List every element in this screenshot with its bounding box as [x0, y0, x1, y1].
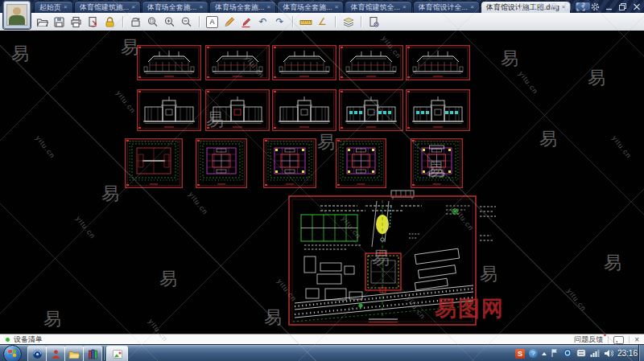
status-bar: 设备清单 问题反馈 ×: [0, 334, 644, 345]
layers-icon[interactable]: [341, 15, 355, 29]
taskbar: S ? 23:16: [0, 344, 644, 361]
redo-icon[interactable]: ↷: [273, 15, 287, 29]
tab-start-page[interactable]: 起始页×: [34, 1, 73, 13]
watermark-char: 易: [11, 42, 29, 66]
watermark-url: yitu.cn: [74, 215, 97, 240]
taskbar-app-contact[interactable]: [46, 346, 65, 361]
elevation-drawing: [406, 45, 470, 85]
share-user-icon[interactable]: [518, 2, 528, 11]
share-export-icon[interactable]: [534, 2, 543, 11]
watermark-char: 易: [264, 306, 282, 330]
elevation-drawing: [137, 45, 201, 85]
tab-drawing-3[interactable]: 体育场全套施...×: [209, 1, 276, 13]
doc-settings-icon[interactable]: [367, 15, 381, 29]
marker-pen-icon[interactable]: [239, 15, 253, 29]
tab-drawing-5[interactable]: 体育馆建筑全...×: [345, 1, 411, 13]
tab-label: 体育馆建筑全...: [350, 2, 400, 13]
floor-plan-drawing: [411, 138, 463, 193]
tab-label: 体育场全套施...: [215, 2, 265, 13]
tab-drawing-4[interactable]: 体育场全套施...×: [277, 1, 344, 13]
statusbar-close-icon[interactable]: ×: [634, 336, 639, 344]
minimize-button[interactable]: [605, 2, 613, 11]
tray-app-icon[interactable]: [563, 347, 572, 361]
titlebar: 起始页× 体育馆建筑施...× 体育场全套施...× 体育场全套施...× 体育…: [0, 0, 644, 13]
tab-close-icon[interactable]: ×: [470, 4, 474, 10]
watermark-url: yitu.cn: [517, 70, 539, 96]
elevation-drawing: [339, 45, 403, 85]
tray-network-icon[interactable]: [590, 347, 600, 361]
tab-drawing-6[interactable]: 体育馆设计全...×: [413, 1, 480, 13]
watermark-char: 易: [159, 267, 177, 291]
text-tool-icon[interactable]: A: [205, 15, 219, 29]
message-bubble-icon[interactable]: [613, 336, 624, 344]
tray-help-icon[interactable]: ?: [529, 349, 538, 358]
save-icon[interactable]: [52, 15, 66, 29]
tab-drawing-2[interactable]: 体育场全套施...×: [142, 1, 208, 13]
watermark-url: yitu.cn: [114, 89, 137, 115]
watermark-char: 易: [604, 251, 621, 275]
tab-label: 体育场全套施...: [283, 2, 332, 13]
lock-icon[interactable]: [103, 15, 117, 29]
taskbar-app-explorer[interactable]: [64, 346, 84, 361]
watermark-char: 易: [43, 307, 61, 331]
web-service-icon[interactable]: [549, 2, 559, 11]
tray-volume-icon[interactable]: [604, 347, 613, 361]
elevation-drawing: [272, 89, 336, 136]
print-icon[interactable]: [69, 15, 83, 29]
view-rotate-icon[interactable]: [129, 15, 142, 29]
tab-drawing-1[interactable]: 体育馆建筑施...×: [74, 1, 141, 13]
close-button[interactable]: [633, 2, 641, 11]
tray-input-method-icon[interactable]: S: [515, 349, 525, 359]
mobile-icon[interactable]: [564, 2, 571, 11]
watermark-url: yitu.cn: [34, 134, 56, 160]
app-window: 起始页× 体育馆建筑施...× 体育场全套施...× 体育场全套施...× 体育…: [0, 0, 644, 361]
elevation-drawing: [339, 89, 403, 136]
tray-ime-icon[interactable]: [576, 347, 586, 361]
taskbar-clock[interactable]: 23:16: [617, 349, 638, 358]
zoom-in-icon[interactable]: [163, 15, 176, 29]
watermark-char: 易: [101, 182, 119, 206]
tab-close-icon[interactable]: ×: [402, 4, 407, 10]
status-dot: [6, 338, 10, 342]
pencil-icon[interactable]: [222, 15, 236, 29]
elevation-drawing: [406, 89, 470, 136]
site-plan-drawing: [288, 195, 477, 326]
taskbar-app-image-viewer[interactable]: [106, 346, 128, 361]
watermark-char: 易: [480, 262, 497, 286]
show-desktop-button[interactable]: [638, 345, 644, 361]
taskbar-app-browser[interactable]: [27, 346, 47, 361]
tab-label: 体育馆建筑施...: [80, 2, 130, 13]
angle-glyph: ∠: [318, 17, 327, 27]
watermark-char: 易: [121, 35, 138, 59]
open-file-icon[interactable]: [35, 15, 49, 29]
fullscreen-icon[interactable]: [576, 2, 585, 11]
measure-angle-icon[interactable]: ∠: [316, 15, 329, 29]
tray-action-center-icon[interactable]: [551, 347, 559, 361]
taskbar-app-winrar[interactable]: [83, 346, 102, 361]
tab-bar: 起始页× 体育馆建筑施...× 体育场全套施...× 体育场全套施...× 体育…: [34, 1, 591, 13]
drawing-canvas[interactable]: 易图网: [0, 31, 644, 334]
export-doc-icon[interactable]: [86, 15, 100, 29]
tab-close-icon[interactable]: ×: [335, 4, 339, 10]
text-tool-label: A: [206, 16, 218, 28]
floor-plan-drawing: [263, 138, 316, 193]
toolbar: A ↶ ↷ ∠: [0, 13, 644, 31]
zoom-extents-icon[interactable]: [146, 15, 159, 29]
tab-close-icon[interactable]: ×: [131, 4, 135, 10]
watermark-url: yitu.cn: [187, 191, 209, 216]
tab-label: 体育馆设计全...: [419, 2, 469, 13]
user-avatar[interactable]: [3, 1, 31, 29]
settings-gear-icon[interactable]: [591, 2, 600, 11]
elevation-drawing: [272, 45, 336, 85]
undo-icon[interactable]: ↶: [256, 15, 270, 29]
measure-ruler-icon[interactable]: [299, 15, 312, 29]
restore-button[interactable]: [618, 2, 627, 11]
tray-expand-icon[interactable]: [542, 352, 547, 355]
tab-close-icon[interactable]: ×: [64, 4, 68, 10]
zoom-out-icon[interactable]: [180, 15, 193, 29]
elevation-drawing: [205, 45, 270, 85]
floor-plan-drawing: [196, 138, 247, 193]
start-button[interactable]: [3, 345, 22, 361]
tab-close-icon[interactable]: ×: [199, 4, 203, 10]
tab-close-icon[interactable]: ×: [267, 4, 271, 10]
